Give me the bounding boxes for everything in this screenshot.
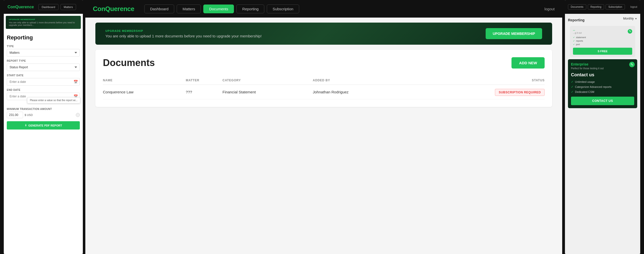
start-date-label: START DATE: [7, 74, 80, 77]
nav-dashboard[interactable]: Dashboard: [144, 5, 174, 13]
nav-subscription[interactable]: Subscription: [267, 5, 299, 13]
upgrade-text-section: UPGRADE MEMBERSHIP You are only able to …: [105, 29, 262, 38]
left-upgrade-label: UPGRADE MEMBERSHIP: [9, 18, 78, 21]
check-icon-3: ✓: [571, 90, 573, 94]
logo-q: Q: [105, 5, 110, 13]
upgrade-btn[interactable]: UPGRADE MEMBERSHIP: [486, 28, 542, 39]
col-status: STATUS: [410, 76, 545, 85]
enterprise-card-title: Enterprise: [571, 62, 634, 66]
report-type-select[interactable]: Status Report: [7, 64, 80, 71]
nav-matters[interactable]: Matters: [177, 5, 201, 13]
logo-suffix: uerence: [19, 5, 34, 9]
type-select[interactable]: Matters: [7, 49, 80, 56]
left-panel: ConQuerence Dashboard Matters UPGRADE ME…: [0, 0, 85, 254]
right-nav-reporting[interactable]: Reporting: [588, 4, 604, 10]
logo-suffix: uerence: [110, 5, 134, 13]
col-matter: MATTER: [186, 76, 222, 85]
partial-feature-3: ✓ port: [573, 43, 632, 46]
add-new-button[interactable]: ADD NEW: [511, 57, 545, 69]
right-logout-button[interactable]: logout: [630, 6, 637, 8]
nav-reporting[interactable]: Reporting: [236, 5, 264, 13]
col-added-by: ADDED BY: [313, 76, 410, 85]
upgrade-banner: UPGRADE MEMBERSHIP You are only able to …: [95, 23, 552, 45]
reporting-title: Reporting: [7, 34, 80, 41]
currency-label: $ USD: [25, 113, 33, 116]
free-btn[interactable]: S FREE: [573, 48, 632, 55]
contact-us-button[interactable]: CONTACT US: [571, 97, 634, 105]
upgrade-label: UPGRADE MEMBERSHIP: [105, 29, 262, 32]
enterprise-feature-list: ✓ Unlimited usage ✓ Categorizer Advanced…: [571, 80, 634, 94]
nav-documents[interactable]: Documents: [203, 5, 234, 13]
enterprise-card: ✎ Enterprise Perfect for those testing i…: [568, 59, 637, 108]
left-nav-dashboard[interactable]: Dashboard: [38, 4, 58, 10]
partial-tag-icon: ✎: [628, 29, 632, 34]
cell-added-by: Johnathan Rodriguez: [313, 85, 410, 99]
main-app: ConQuerence Dashboard Matters Documents …: [85, 0, 562, 254]
right-inner-panel: Documents Reporting Subscription logout …: [565, 0, 640, 254]
start-date-input[interactable]: [7, 78, 80, 86]
left-upgrade-message: You are only able to upload 1 more docum…: [9, 21, 78, 26]
documents-table: NAME MATTER CATEGORY ADDED BY STATUS Con…: [103, 76, 545, 99]
chevron-down-icon: ▼: [635, 17, 637, 20]
type-group: Type Matters: [7, 45, 80, 56]
logo-prefix: Con: [8, 5, 15, 9]
logo-prefix: Con: [93, 5, 105, 13]
monthly-selector[interactable]: Monthly ▼: [623, 17, 637, 20]
top-nav: ConQuerence Dashboard Matters Documents …: [85, 0, 562, 18]
toggle-circle[interactable]: [76, 113, 80, 117]
documents-title: Documents: [103, 57, 155, 68]
end-date-group: END DATE 📅 Please enter a value so that …: [7, 89, 80, 100]
cell-matter: ???: [186, 85, 222, 99]
download-icon: ⇓: [25, 124, 27, 127]
logo-q: Q: [15, 5, 18, 9]
cell-category: Financial Statement: [223, 85, 313, 99]
generate-pdf-btn[interactable]: ⇓ GENERATE PDF REPORT: [7, 121, 80, 130]
generate-btn-label: GENERATE PDF REPORT: [28, 124, 62, 127]
enterprise-feature-3: ✓ Dedicated CSM: [571, 90, 634, 94]
report-type-label: REPORT TYPE: [7, 59, 80, 62]
end-date-label: END DATE: [7, 89, 80, 91]
partial-card-title: ...: [573, 28, 582, 31]
right-nav-documents[interactable]: Documents: [568, 4, 586, 10]
logout-button[interactable]: logout: [544, 7, 555, 11]
right-nav: Documents Reporting Subscription logout: [565, 0, 640, 14]
col-category: CATEGORY: [223, 76, 313, 85]
left-upgrade-banner: UPGRADE MEMBERSHIP You are only able to …: [6, 16, 81, 29]
partial-feature-2: ✓ reports: [573, 40, 632, 42]
end-date-tooltip: Please enter a value so that the report …: [27, 97, 80, 103]
min-amount-label: MINIMUM TRANSACTION AMOUNT: [7, 108, 80, 110]
left-inner-panel: ConQuerence Dashboard Matters UPGRADE ME…: [4, 0, 83, 254]
partial-feature-1: ✓ statement: [573, 36, 632, 39]
table-row[interactable]: Conquerence Law ??? Financial Statement …: [103, 85, 545, 99]
check-icon-2: ✓: [571, 85, 573, 89]
content-area: UPGRADE MEMBERSHIP You are only able to …: [85, 18, 562, 254]
documents-section: Documents ADD NEW NAME MATTER CATEGORY A…: [95, 50, 552, 107]
main-logo: ConQuerence: [93, 5, 134, 13]
partial-card-left: ... ...g it out ✎ ✓ statement ✓ reports: [570, 26, 635, 57]
monthly-label: Monthly: [623, 17, 634, 20]
cell-name: Conquerence Law: [103, 85, 186, 99]
right-reporting-label: Reporting: [568, 18, 585, 22]
left-nav: ConQuerence Dashboard Matters: [4, 0, 83, 14]
type-label: Type: [7, 45, 80, 48]
docs-header: Documents ADD NEW: [103, 57, 545, 69]
col-name: NAME: [103, 76, 186, 85]
start-date-group: START DATE 📅: [7, 74, 80, 86]
report-type-group: REPORT TYPE Status Report: [7, 59, 80, 71]
right-nav-subscription[interactable]: Subscription: [606, 4, 625, 10]
min-amount-input[interactable]: [7, 112, 23, 118]
enterprise-card-heading: Contact us: [571, 72, 634, 78]
min-amount-group: MINIMUM TRANSACTION AMOUNT $ USD: [7, 108, 80, 118]
start-date-calendar-icon: 📅: [74, 80, 78, 84]
enterprise-feature-2: ✓ Categorizer Advanced reports: [571, 85, 634, 89]
right-panel: Documents Reporting Subscription logout …: [562, 0, 644, 254]
left-nav-matters[interactable]: Matters: [60, 4, 76, 10]
enterprise-tag-icon: ✎: [629, 62, 635, 67]
partial-card-subtitle: ...g it out: [573, 32, 582, 34]
cell-status: SUBSCRIPTION REQUIRED: [410, 85, 545, 99]
upgrade-message: You are only able to upload 1 more docum…: [105, 34, 262, 38]
table-header-row: NAME MATTER CATEGORY ADDED BY STATUS: [103, 76, 545, 85]
min-amount-row: $ USD: [7, 112, 80, 118]
status-badge: SUBSCRIPTION REQUIRED: [495, 89, 545, 96]
check-icon-1: ✓: [571, 80, 573, 84]
